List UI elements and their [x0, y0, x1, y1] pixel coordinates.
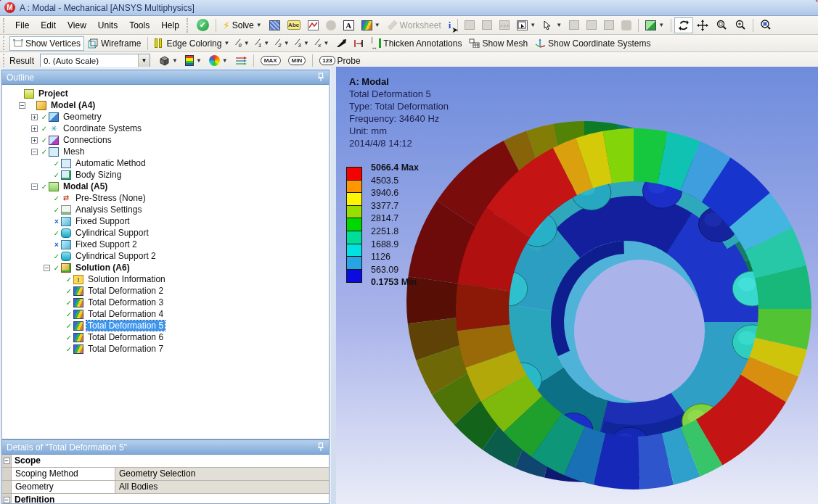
- property-value[interactable]: Geometry Selection: [115, 468, 329, 480]
- tree-expander[interactable]: −: [44, 265, 50, 271]
- zoom-box-button[interactable]: [712, 17, 731, 33]
- show-max-button[interactable]: MAX: [257, 54, 285, 67]
- zoom-in-button[interactable]: [731, 17, 750, 33]
- vector-display-button[interactable]: [232, 54, 250, 68]
- comment-button[interactable]: [322, 18, 340, 33]
- tree-expander[interactable]: −: [19, 102, 25, 109]
- edge-direction-2-button[interactable]: ∕2▼: [273, 35, 293, 51]
- smooth-contour-button[interactable]: ▼: [205, 53, 232, 68]
- tree-item-pre-stress-none-[interactable]: ✓⇄Pre-Stress (None): [4, 192, 329, 204]
- tree-item-total-deformation-4[interactable]: ✓Total Deformation 4: [4, 308, 329, 320]
- menu-item-file[interactable]: File: [9, 18, 35, 33]
- menu-item-view[interactable]: View: [62, 18, 92, 33]
- property-value[interactable]: All Bodies: [115, 481, 329, 493]
- rotate-button[interactable]: [674, 17, 693, 33]
- show-mesh-button[interactable]: Show Mesh: [465, 36, 531, 51]
- geometry-display-caret[interactable]: ▼: [172, 57, 178, 64]
- pan-button[interactable]: [693, 17, 712, 33]
- tree-item-total-deformation-6[interactable]: ✓Total Deformation 6: [4, 331, 329, 343]
- label-select-button[interactable]: [461, 18, 478, 32]
- pointer-mode-button[interactable]: ▼: [539, 18, 565, 33]
- tree-item-fixed-support[interactable]: ×Fixed Support: [4, 215, 329, 227]
- panel-splitter[interactable]: [331, 67, 336, 504]
- image-dropdown-caret[interactable]: ▼: [375, 22, 380, 28]
- selection-information-button[interactable]: i ➤: [445, 17, 455, 33]
- tree-item-model-a4-[interactable]: −Model (A4): [4, 99, 329, 111]
- tree-expander[interactable]: +: [31, 125, 38, 132]
- tree-item-total-deformation-2[interactable]: ✓Total Deformation 2: [4, 285, 329, 297]
- new-chart-button[interactable]: [304, 18, 322, 33]
- menu-item-tools[interactable]: Tools: [123, 18, 155, 33]
- edge-direction-x-button[interactable]: ∕x▼: [313, 35, 332, 51]
- tree-item-mesh[interactable]: −✓Mesh: [4, 146, 329, 157]
- scale-combo-caret[interactable]: ▼: [138, 54, 150, 67]
- edge-filter-button[interactable]: [583, 18, 600, 32]
- show-coordinate-systems-button[interactable]: Show Coordinate Systems: [531, 36, 654, 51]
- zoom-fit-button[interactable]: [756, 17, 775, 33]
- edge-coloring-caret[interactable]: ▼: [224, 40, 229, 46]
- tree-expander[interactable]: +: [31, 137, 38, 144]
- tree-item-analysis-settings[interactable]: ✓Analysis Settings: [4, 204, 329, 215]
- tree-item-total-deformation-5[interactable]: ✓Total Deformation 5: [4, 320, 329, 331]
- tree-item-cylindrical-support-2[interactable]: ✓Cylindrical Support 2: [4, 250, 329, 262]
- thicken-annotations-button[interactable]: |↔ Thicken Annotations: [367, 36, 465, 51]
- tree-expander[interactable]: +: [31, 114, 38, 120]
- tree-item-solution-information[interactable]: ✓!Solution Information: [4, 273, 329, 285]
- toolbar-grip[interactable]: [3, 54, 7, 67]
- geometry-display-button[interactable]: ▼: [155, 53, 181, 68]
- pointer-mode-caret[interactable]: ▼: [556, 22, 562, 28]
- tree-item-total-deformation-7[interactable]: ✓Total Deformation 7: [4, 343, 329, 355]
- tree-item-coordinate-systems[interactable]: +✓✳Coordinate Systems: [4, 123, 329, 134]
- tree-item-fixed-support-2[interactable]: ×Fixed Support 2: [4, 239, 329, 250]
- wireframe-button[interactable]: Wireframe: [84, 36, 144, 51]
- graphics-viewport[interactable]: A: Modal Total Deformation 5Type: Total …: [336, 67, 818, 504]
- worksheet-button[interactable]: Worksheet: [384, 18, 445, 33]
- direction-arrow-button[interactable]: [332, 37, 350, 50]
- category-expander[interactable]: −: [4, 497, 10, 503]
- tree-item-total-deformation-3[interactable]: ✓Total Deformation 3: [4, 297, 329, 308]
- menu-item-units[interactable]: Units: [92, 18, 123, 33]
- tree-item-modal-a5-[interactable]: −✓Modal (A5): [4, 181, 329, 192]
- image-button[interactable]: ▼: [358, 18, 384, 33]
- show-vertices-button[interactable]: Show Vertices: [9, 36, 84, 51]
- edge-direction-1-button[interactable]: ∕1▼: [253, 35, 273, 51]
- tree-item-geometry[interactable]: +✓Geometry: [4, 111, 329, 123]
- show-min-button[interactable]: MIN: [285, 54, 310, 67]
- details-pin-icon[interactable]: [317, 442, 324, 452]
- viewports-button[interactable]: ↻▼: [642, 18, 668, 33]
- scale-combobox[interactable]: 0. (Auto Scale) ▼: [40, 54, 150, 67]
- coordinate-pick-button[interactable]: x,y,z: [496, 18, 513, 32]
- toolbar-grip[interactable]: [187, 18, 190, 33]
- text-button[interactable]: A: [340, 18, 358, 33]
- tree-expander[interactable]: −: [31, 183, 38, 190]
- select-mode-caret[interactable]: ▼: [530, 22, 536, 28]
- viewports-caret[interactable]: ▼: [658, 22, 664, 28]
- tree-item-body-sizing[interactable]: ✓Body Sizing: [4, 169, 329, 181]
- body-filter-button[interactable]: [618, 18, 635, 33]
- vertex-filter-button[interactable]: [565, 18, 583, 32]
- edge-direction-3-button[interactable]: ∕3▼: [293, 35, 313, 51]
- edge-direction-0-button[interactable]: ∕0▼: [233, 35, 253, 51]
- tree-expander[interactable]: −: [31, 149, 38, 155]
- select-mode-button[interactable]: ▼: [513, 18, 539, 33]
- contour-display-button[interactable]: ▼: [181, 53, 205, 68]
- outline-pin-icon[interactable]: [317, 73, 324, 82]
- new-annotation-button[interactable]: Abc: [284, 18, 304, 32]
- tree-item-connections[interactable]: +✓Connections: [4, 134, 329, 146]
- probe-button[interactable]: 123 Probe: [316, 54, 364, 68]
- edge-coloring-button[interactable]: Edge Coloring ▼: [151, 36, 233, 51]
- face-filter-button[interactable]: [600, 18, 618, 32]
- expand-annotation-button[interactable]: [350, 37, 367, 50]
- contour-display-caret[interactable]: ▼: [196, 57, 202, 64]
- category-expander[interactable]: −: [4, 458, 10, 464]
- tree-item-solution-a6-[interactable]: −✓Solution (A6): [4, 262, 329, 273]
- tree-item-automatic-method[interactable]: ✓Automatic Method: [4, 157, 329, 169]
- menu-item-help[interactable]: Help: [155, 18, 185, 33]
- toolbar-grip[interactable]: [3, 18, 7, 33]
- tree-item-cylindrical-support[interactable]: ✓Cylindrical Support: [4, 227, 329, 239]
- solve-button[interactable]: ⚡ Solve ▼: [219, 17, 266, 33]
- menu-item-edit[interactable]: Edit: [35, 18, 62, 33]
- toolbar-grip[interactable]: [3, 36, 7, 49]
- direction-select-button[interactable]: [478, 18, 496, 32]
- smooth-contour-caret[interactable]: ▼: [222, 57, 228, 64]
